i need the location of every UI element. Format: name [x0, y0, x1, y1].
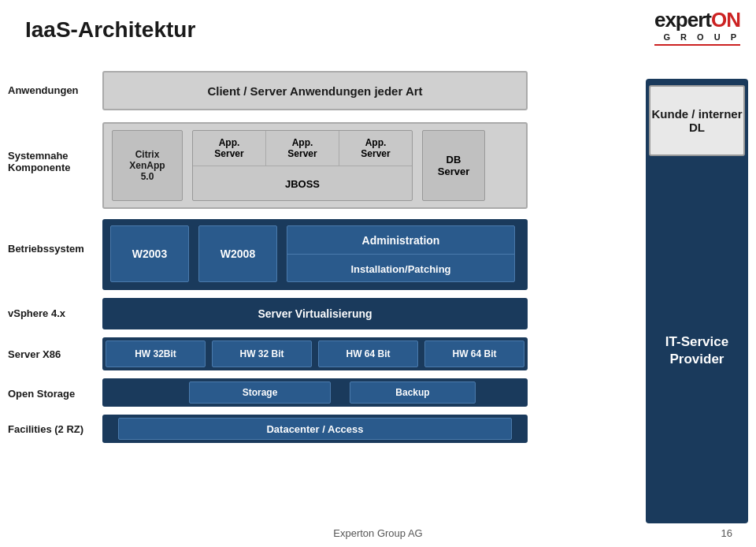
jboss-label: JBOSS	[285, 178, 320, 190]
page-title: IaaS-Architektur	[25, 17, 195, 43]
footer-page: 16	[721, 527, 732, 539]
storage-label: Storage	[243, 387, 278, 398]
vsphere-label: Server Virtualisierung	[258, 307, 372, 320]
serverx86-outer: HW 32Bit HW 32 Bit HW 64 Bit HW 64 Bit	[102, 337, 528, 370]
db-server-box: DB Server	[422, 130, 485, 201]
backup-cell: Backup	[350, 381, 476, 404]
betriebssystem-outer: W2003 W2008 Administration Installation/…	[102, 219, 528, 290]
row-label-anwendungen: Anwendungen	[8, 84, 79, 96]
facilities-outer: Datacenter / Access	[102, 415, 528, 443]
logo: expert ON G R O U P	[654, 8, 740, 46]
it-service-box: IT-Service Provider	[649, 307, 745, 394]
row-label-systemnahe: Systemnahe Komponente	[8, 150, 70, 173]
jboss-row: JBOSS	[193, 166, 412, 202]
logo-on-text: ON	[711, 8, 740, 32]
logo-group-text: G R O U P	[663, 32, 740, 42]
w2003-label: W2003	[132, 247, 167, 260]
row-label-open-storage: Open Storage	[8, 388, 75, 400]
w2008-label: W2008	[220, 247, 255, 260]
citrix-label: Citrix XenApp 5.0	[129, 149, 165, 182]
app-row-top: App. Server App. Server App. Server	[193, 131, 412, 166]
admin-label: Administration	[362, 234, 440, 247]
hw-64bit-2: HW 64 Bit	[424, 340, 524, 367]
logo-red-underline	[654, 44, 740, 46]
w2008-box: W2008	[198, 225, 277, 282]
row-label-facilities: Facilities (2 RZ)	[8, 423, 83, 435]
client-server-box: Client / Server Anwendungen jeder Art	[102, 71, 528, 110]
admin-row: Administration	[287, 226, 514, 255]
db-label: DB Server	[438, 154, 469, 177]
hw-64bit-1: HW 64 Bit	[318, 340, 418, 367]
row-label-vsphere: vSphere 4.x	[8, 307, 65, 319]
app-server-group: App. Server App. Server App. Server JBOS…	[192, 130, 413, 201]
install-label: Installation/Patching	[350, 263, 450, 275]
hw-32bit-2: HW 32 Bit	[212, 340, 312, 367]
w2003-box: W2003	[110, 225, 189, 282]
citrix-box: Citrix XenApp 5.0	[112, 130, 183, 201]
row-label-betriebssystem: Betriebssystem	[8, 243, 84, 255]
storage-cell: Storage	[189, 381, 331, 404]
app-server-2: App. Server	[266, 131, 339, 166]
logo-expert-text: expert	[654, 8, 711, 32]
datacenter-label: Datacenter / Access	[266, 423, 363, 435]
app-server-1: App. Server	[193, 131, 266, 166]
datacenter-cell: Datacenter / Access	[118, 418, 512, 440]
row-label-serverx86: Server X86	[8, 348, 61, 360]
systemnahe-outer: Citrix XenApp 5.0 App. Server App. Serve…	[102, 122, 528, 209]
app-server-3: App. Server	[339, 131, 412, 166]
vsphere-box: Server Virtualisierung	[102, 298, 528, 329]
storage-outer: Storage Backup	[102, 378, 528, 407]
kunde-box: Kunde / interner DL	[649, 85, 745, 156]
backup-label: Backup	[395, 387, 429, 398]
footer-company: Experton Group AG	[0, 527, 756, 539]
install-row: Installation/Patching	[287, 255, 514, 283]
hw-32bit-1: HW 32Bit	[106, 340, 206, 367]
admin-install-box: Administration Installation/Patching	[287, 225, 515, 282]
